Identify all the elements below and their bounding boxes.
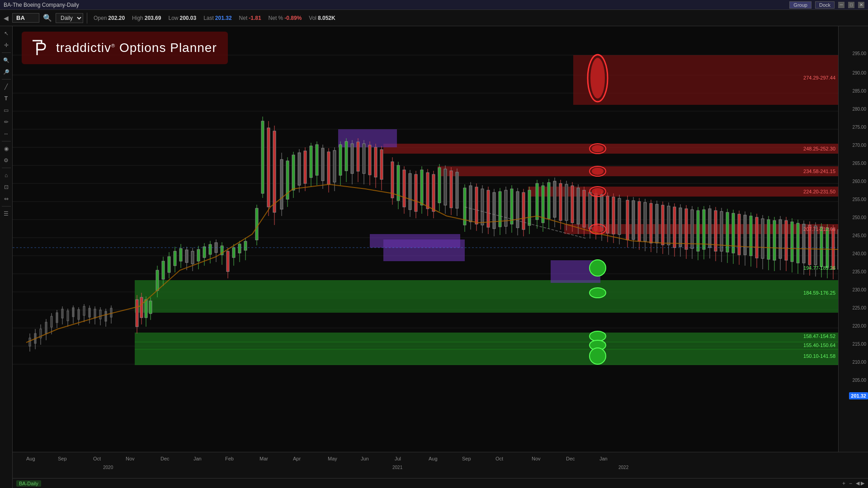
svg-rect-127 <box>316 145 318 175</box>
svg-rect-275 <box>761 219 764 258</box>
open-price: Open 202.20 <box>94 15 125 21</box>
svg-rect-101 <box>232 248 235 258</box>
netpct-value: -0.89% <box>284 15 302 21</box>
svg-rect-223 <box>606 196 609 233</box>
svg-rect-267 <box>738 214 741 255</box>
close-button[interactable]: ✕ <box>858 2 864 8</box>
title-bar: BA-The Boeing Company-Daily Group Dock ─… <box>0 0 868 10</box>
svg-rect-47 <box>61 309 63 318</box>
svg-rect-179 <box>475 187 478 224</box>
vol-item: Vol 8.052K <box>309 15 335 21</box>
svg-rect-215 <box>583 190 585 227</box>
search-button[interactable]: 🔍 <box>41 13 54 23</box>
high-price: High 203.69 <box>132 15 161 21</box>
svg-rect-51 <box>72 308 74 317</box>
svg-rect-89 <box>197 249 200 261</box>
svg-rect-171 <box>450 171 453 208</box>
home-tool[interactable]: ⌂ <box>1 170 12 181</box>
svg-rect-131 <box>327 152 330 184</box>
group-button[interactable]: Group <box>789 1 811 9</box>
window-title: BA-The Boeing Company-Daily <box>4 2 79 8</box>
svg-rect-69 <box>140 297 143 318</box>
svg-rect-23 <box>528 187 838 197</box>
svg-rect-91 <box>203 247 206 258</box>
svg-rect-273 <box>755 217 758 258</box>
svg-rect-121 <box>298 153 301 185</box>
svg-point-309 <box>592 168 604 175</box>
zoom-fit-tool[interactable]: ⊡ <box>1 182 12 192</box>
cursor-tool[interactable]: ↖ <box>1 28 12 39</box>
svg-rect-145 <box>368 145 371 175</box>
svg-point-318 <box>590 348 606 364</box>
nav-left-button[interactable]: ◀ <box>2 14 10 23</box>
svg-rect-73 <box>149 301 152 314</box>
high-label: High <box>132 15 143 21</box>
chart-area[interactable]: traddictiv® Options Planner 274.29-297.4… <box>13 26 838 452</box>
crosshair-tool[interactable]: ✛ <box>1 40 12 51</box>
svg-rect-75 <box>156 270 159 291</box>
svg-rect-32 <box>383 239 465 261</box>
draw-rect-tool[interactable]: ▭ <box>1 105 12 116</box>
zoom-in-bottom[interactable]: + <box>842 480 845 487</box>
panel-tool[interactable]: ☰ <box>1 208 12 219</box>
maximize-button[interactable]: □ <box>848 2 854 8</box>
svg-rect-169 <box>444 169 447 205</box>
zoom-out-bottom[interactable]: − <box>849 480 852 487</box>
last-label: Last <box>203 15 214 21</box>
svg-rect-289 <box>802 224 805 263</box>
low-label: Low <box>168 15 178 21</box>
svg-rect-241 <box>661 205 664 245</box>
expand-tool[interactable]: ⇔ <box>1 193 12 204</box>
svg-rect-287 <box>797 223 799 263</box>
main-area: ↖ ✛ 🔍 🔎 ╱ T ▭ ✏ ↔ ◉ ⚙ ⌂ ⊡ ⇔ ☰ <box>0 26 868 488</box>
svg-rect-209 <box>565 184 568 221</box>
svg-rect-233 <box>638 202 641 241</box>
svg-rect-251 <box>691 210 693 249</box>
open-label: Open <box>94 15 107 21</box>
vol-value: 8.052K <box>318 15 335 21</box>
draw-pencil-tool[interactable]: ✏ <box>1 117 12 127</box>
last-value: 201.32 <box>215 15 232 21</box>
svg-rect-265 <box>732 213 735 253</box>
lt-sep-4 <box>2 168 11 168</box>
svg-rect-113 <box>273 131 276 212</box>
zoom-in-tool[interactable]: 🔍 <box>1 55 12 66</box>
open-value: 202.20 <box>108 15 125 21</box>
svg-rect-281 <box>779 220 782 258</box>
svg-rect-125 <box>310 146 312 178</box>
draw-line-tool[interactable]: ╱ <box>1 81 12 92</box>
svg-rect-211 <box>571 186 574 223</box>
high-value: 203.69 <box>145 15 161 21</box>
settings-tool[interactable]: ⚙ <box>1 155 12 166</box>
zoom-out-tool[interactable]: 🔎 <box>1 66 12 77</box>
svg-point-314 <box>590 260 606 276</box>
svg-rect-49 <box>67 311 69 321</box>
minimize-button[interactable]: ─ <box>838 2 844 8</box>
magnet-tool[interactable]: ◉ <box>1 143 12 154</box>
svg-rect-167 <box>438 168 441 203</box>
svg-rect-213 <box>577 188 580 224</box>
svg-rect-85 <box>185 250 188 263</box>
net-value: -1.81 <box>249 15 261 21</box>
svg-rect-135 <box>339 145 342 175</box>
svg-rect-191 <box>510 189 513 224</box>
timeframe-select[interactable]: Daily <box>56 13 83 23</box>
dock-button[interactable]: Dock <box>815 1 835 9</box>
symbol-input[interactable] <box>12 13 39 23</box>
draw-text-tool[interactable]: T <box>1 93 12 104</box>
svg-rect-263 <box>726 212 729 252</box>
svg-rect-79 <box>168 257 170 272</box>
svg-rect-247 <box>679 208 682 247</box>
lt-sep-3 <box>2 141 11 141</box>
date-axis: Aug Sep Oct Nov Dec Jan Feb Mar Apr May … <box>13 452 868 478</box>
svg-rect-123 <box>304 151 307 183</box>
svg-rect-185 <box>493 192 495 229</box>
svg-rect-27 <box>135 333 838 343</box>
svg-rect-147 <box>374 147 377 177</box>
svg-rect-59 <box>94 309 96 318</box>
logo-icon <box>29 37 51 59</box>
svg-rect-159 <box>415 174 417 211</box>
svg-rect-111 <box>267 128 270 207</box>
svg-rect-149 <box>380 150 383 179</box>
measure-tool[interactable]: ↔ <box>1 128 12 139</box>
